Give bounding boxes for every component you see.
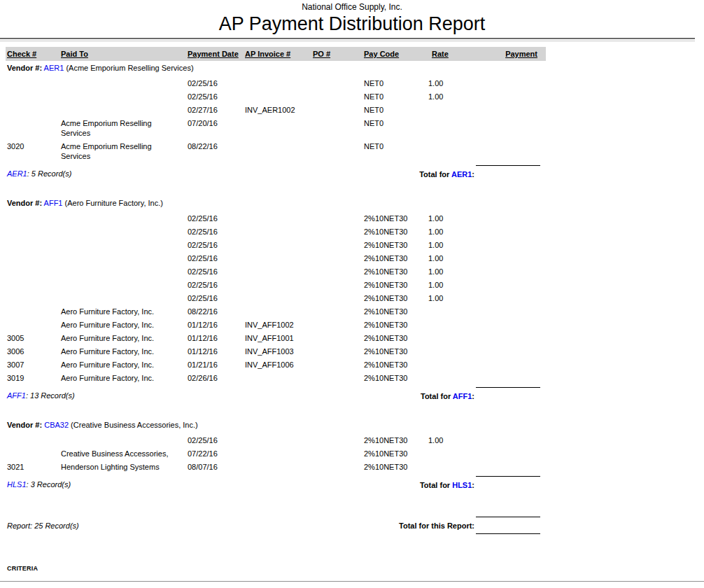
company-name: National Office Supply, Inc.	[0, 0, 704, 12]
cell-ap-invoice	[245, 253, 313, 263]
cell-ap-invoice	[245, 78, 313, 88]
cell-payment-date: 08/22/16	[188, 141, 245, 161]
cell-po-number	[313, 227, 364, 237]
cell-rate: 1.00	[425, 280, 467, 290]
cell-pay-code: 2%10NET30	[364, 320, 425, 330]
cell-rate: 1.00	[425, 253, 467, 263]
cell-check-number	[6, 105, 61, 115]
report-total-label: Total for this Report:	[399, 522, 474, 530]
table-row: Aero Furniture Factory, Inc. 01/12/16 IN…	[6, 320, 539, 330]
cell-payment	[467, 307, 539, 316]
column-header-pay-code: Pay Code	[364, 47, 425, 61]
cell-rate	[425, 449, 467, 458]
cell-paid-to	[61, 435, 188, 445]
table-row: 02/25/16 2%10NET30 1.00	[6, 240, 539, 250]
cell-rate: 1.00	[425, 227, 467, 237]
cell-ap-invoice	[245, 435, 313, 445]
cell-pay-code: NET0	[364, 118, 425, 138]
cell-rate	[425, 307, 467, 316]
cell-check-number: 3007	[6, 360, 61, 370]
cell-po-number	[313, 118, 364, 138]
vendor-rows: 02/25/16 2%10NET30 1.00 02/25/16 2%10NET…	[0, 214, 704, 383]
cell-po-number	[313, 346, 364, 356]
column-header-po: PO #	[313, 47, 364, 61]
cell-paid-to: Aero Furniture Factory, Inc.	[61, 373, 188, 383]
cell-po-number	[313, 253, 364, 263]
column-header-rate: Rate	[425, 47, 467, 61]
cell-rate: 1.00	[425, 435, 467, 445]
cell-payment	[467, 346, 539, 356]
cell-paid-to: Aero Furniture Factory, Inc.	[61, 346, 188, 356]
cell-payment-date: 01/12/16	[188, 346, 245, 356]
cell-paid-to	[61, 253, 188, 263]
cell-payment-date: 07/20/16	[188, 118, 245, 138]
cell-pay-code: 2%10NET30	[364, 360, 425, 370]
cell-payment	[467, 214, 539, 223]
cell-po-number	[313, 449, 364, 458]
cell-check-number	[6, 267, 61, 276]
cell-paid-to	[61, 227, 188, 237]
cell-check-number	[6, 320, 61, 330]
cell-check-number	[6, 214, 61, 223]
cell-ap-invoice	[245, 92, 313, 102]
cell-paid-to	[61, 240, 188, 250]
group-footer: AFF1: 13 Record(s) Total for AFF1:	[7, 386, 540, 403]
cell-paid-to: Aero Furniture Factory, Inc.	[61, 333, 188, 343]
cell-check-number	[6, 293, 61, 303]
cell-paid-to: Creative Business Accessories,	[61, 449, 188, 458]
cell-rate: 1.00	[425, 92, 467, 102]
table-row: 02/25/16 2%10NET30 1.00	[6, 214, 539, 223]
cell-rate	[425, 141, 467, 161]
cell-check-number	[6, 240, 61, 250]
cell-ap-invoice	[245, 293, 313, 303]
report-record-count: Report: 25 Record(s)	[7, 522, 79, 530]
column-header-payment-date: Payment Date	[188, 47, 245, 61]
group-footer-code: AFF1	[7, 391, 26, 400]
group-record-count: HLS1: 3 Record(s)	[7, 480, 71, 489]
table-row: 02/25/16 NET0 1.00	[6, 78, 539, 88]
cell-pay-code: 2%10NET30	[364, 240, 425, 250]
group-total-code: HLS1	[452, 481, 472, 489]
vendor-code-link[interactable]: AFF1	[44, 199, 63, 207]
vendor-name: (Creative Business Accessories, Inc.)	[71, 421, 198, 429]
cell-ap-invoice: INV_AFF1002	[245, 320, 313, 330]
group-total-underline	[476, 387, 540, 388]
cell-rate	[425, 373, 467, 383]
vendor-label: Vendor #:	[7, 199, 42, 207]
report-total-box	[476, 517, 540, 534]
cell-payment-date: 01/12/16	[188, 333, 245, 343]
title-divider	[0, 38, 695, 41]
cell-check-number	[6, 435, 61, 445]
cell-pay-code: NET0	[364, 141, 425, 161]
cell-pay-code: 2%10NET30	[364, 293, 425, 303]
cell-rate	[425, 105, 467, 115]
cell-pay-code: NET0	[364, 105, 425, 115]
cell-pay-code: 2%10NET30	[364, 227, 425, 237]
cell-rate	[425, 462, 467, 472]
report-page: { "header": { "company": "National Offic…	[0, 0, 704, 588]
column-header-ap-invoice: AP Invoice #	[245, 47, 313, 61]
column-header-paid-to: Paid To	[61, 47, 188, 61]
cell-paid-to: Aero Furniture Factory, Inc.	[61, 360, 188, 370]
vendor-group: Vendor #: AFF1 (Aero Furniture Factory, …	[0, 198, 704, 403]
cell-payment-date: 02/25/16	[188, 240, 245, 250]
cell-check-number	[6, 280, 61, 290]
cell-pay-code: 2%10NET30	[364, 214, 425, 223]
cell-payment	[467, 449, 539, 458]
cell-po-number	[313, 333, 364, 343]
cell-payment	[467, 78, 539, 88]
group-total-label: Total for HLS1:	[420, 481, 474, 489]
vendor-rows: 02/25/16 2%10NET30 1.00 Creative Busines…	[0, 435, 704, 472]
group-footer-code: HLS1	[7, 480, 27, 489]
vendor-code-link[interactable]: CBA32	[44, 421, 69, 429]
cell-pay-code: 2%10NET30	[364, 346, 425, 356]
cell-payment-date: 02/25/16	[188, 227, 245, 237]
cell-paid-to: Aero Furniture Factory, Inc.	[61, 320, 188, 330]
vendor-name: (Acme Emporium Reselling Services)	[66, 64, 193, 72]
table-row: 3020 Acme Emporium Reselling Services 08…	[6, 141, 539, 161]
cell-ap-invoice	[245, 214, 313, 223]
vendor-rows: 02/25/16 NET0 1.00 02/25/16 NET0 1.00 02…	[0, 78, 704, 161]
cell-rate	[425, 346, 467, 356]
vendor-code-link[interactable]: AER1	[44, 64, 64, 72]
cell-check-number: 3005	[6, 333, 61, 343]
